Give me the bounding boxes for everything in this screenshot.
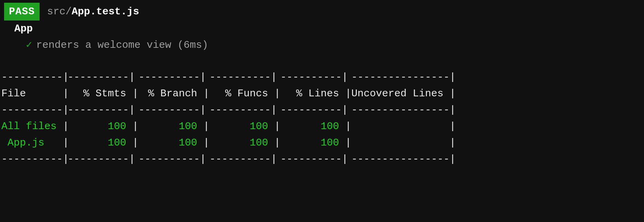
status-badge-pass: PASS (4, 3, 40, 20)
table-border: ----------| (209, 151, 280, 167)
cov-row-stmts: 100 | (68, 118, 138, 135)
test-run-line: PASS src/App.test.js (1, 3, 643, 20)
col-header-branch: % Branch | (138, 85, 209, 102)
col-header-funcs: % Funcs | (209, 85, 280, 102)
table-border: ----------------| (351, 102, 465, 118)
path-dir: src/ (47, 6, 72, 17)
table-border: ----------| (138, 102, 209, 118)
test-desc: renders a welcome view (36, 39, 171, 51)
table-border: ----------| (1, 102, 68, 118)
cov-row-lines: 100 | (280, 118, 351, 135)
table-border: ----------| (138, 151, 209, 167)
test-suite-name: App (14, 20, 643, 37)
cov-row-funcs: 100 | (209, 135, 280, 151)
check-icon: ✓ (26, 39, 32, 51)
table-border: ----------| (280, 102, 351, 118)
cov-row-stmts: 100 | (68, 135, 138, 151)
cov-row-branch: 100 | (138, 118, 209, 135)
table-border: ----------| (68, 151, 138, 167)
terminal-output: PASS src/App.test.js App ✓renders a welc… (0, 0, 644, 170)
table-border: ----------| (68, 69, 138, 85)
col-header-lines: % Lines | (280, 85, 351, 102)
cov-row-uncov: | (351, 135, 465, 151)
cov-row-funcs: 100 | (209, 118, 280, 135)
test-timing: (6ms) (177, 39, 208, 51)
cov-row-file: All files | (1, 118, 68, 135)
cov-row-uncov: | (351, 118, 465, 135)
cov-row-lines: 100 | (280, 135, 351, 151)
table-border: ----------| (1, 151, 68, 167)
table-border: ----------| (280, 69, 351, 85)
table-border: ----------| (138, 69, 209, 85)
cov-row-branch: 100 | (138, 135, 209, 151)
table-border: ----------| (280, 151, 351, 167)
table-border: ----------------| (351, 69, 465, 85)
col-header-uncov: Uncovered Lines | (351, 85, 465, 102)
col-header-file: File | (1, 85, 68, 102)
test-file-path: src/App.test.js (47, 3, 139, 20)
table-border: ----------| (68, 102, 138, 118)
table-border: ----------| (209, 102, 280, 118)
col-header-stmts: % Stmts | (68, 85, 138, 102)
test-case-line: ✓renders a welcome view (6ms) (26, 37, 643, 53)
table-border: ----------| (209, 69, 280, 85)
coverage-table: ----------| ----------| ----------| ----… (1, 69, 643, 167)
cov-row-file: App.js | (1, 135, 68, 151)
table-border: ----------| (1, 69, 68, 85)
table-border: ----------------| (351, 151, 465, 167)
path-file: App.test.js (72, 6, 139, 17)
